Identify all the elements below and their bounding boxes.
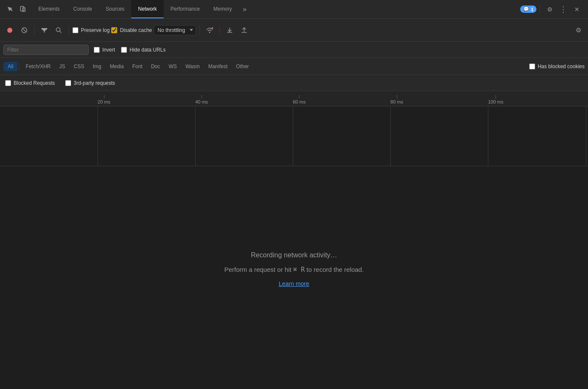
blocked-requests-checkbox[interactable]: [5, 80, 11, 86]
tab-overflow-button[interactable]: »: [239, 3, 251, 15]
empty-state-line1: Recording network activity…: [251, 251, 337, 259]
record-button[interactable]: [3, 24, 16, 37]
disable-cache-text: Disable cache: [120, 27, 152, 33]
preserve-log-label[interactable]: Preserve log: [72, 27, 110, 33]
type-filter-manifest[interactable]: Manifest: [204, 62, 232, 71]
ruler-mark-80ms: 80 ms: [390, 95, 403, 104]
tab-bar: Elements Console Sources Network Perform…: [0, 0, 588, 19]
empty-state-line2: Perform a request or hit ⌘ R to record t…: [224, 266, 363, 274]
toolbar-sep-2: [69, 26, 69, 35]
has-blocked-cookies-container: Has blocked cookies: [529, 63, 585, 69]
badge-count: 1: [531, 7, 533, 12]
has-blocked-cookies-text: Has blocked cookies: [538, 63, 585, 69]
tab-bar-right: 💬 1 ⚙ ⋮ ✕: [517, 3, 586, 15]
empty-state-suffix: to record the reload.: [305, 266, 363, 273]
filter-button[interactable]: [38, 24, 51, 37]
grid-line-1: [98, 107, 98, 166]
tab-memory[interactable]: Memory: [207, 0, 239, 18]
timeline-header: 20 ms 40 ms 60 ms 80 ms 100 ms: [0, 91, 588, 107]
clear-button[interactable]: [18, 24, 31, 37]
invert-label[interactable]: Invert: [94, 47, 115, 53]
invert-text: Invert: [102, 47, 115, 53]
filter-options: Invert Hide data URLs: [94, 47, 166, 53]
type-filter-media[interactable]: Media: [106, 62, 128, 71]
hide-data-urls-label[interactable]: Hide data URLs: [121, 47, 166, 53]
tab-network[interactable]: Network: [131, 0, 164, 18]
filter-input[interactable]: [3, 45, 89, 55]
grid-line-3: [293, 107, 293, 166]
svg-line-6: [60, 31, 61, 33]
preserve-log-checkbox[interactable]: [72, 27, 78, 33]
has-blocked-cookies-checkbox[interactable]: [529, 63, 535, 69]
tab-console[interactable]: Console: [66, 0, 99, 18]
network-empty-state: Recording network activity… Perform a re…: [0, 166, 588, 389]
type-filter-css[interactable]: CSS: [69, 62, 89, 71]
cursor-icon[interactable]: [4, 3, 16, 15]
device-icon[interactable]: [17, 3, 29, 15]
type-filter-all[interactable]: All: [3, 62, 17, 71]
third-party-label[interactable]: 3rd-party requests: [65, 80, 115, 86]
preserve-log-text: Preserve log: [81, 27, 110, 33]
disable-cache-checkbox[interactable]: [111, 27, 117, 33]
tab-performance[interactable]: Performance: [164, 0, 207, 18]
close-button[interactable]: ✕: [571, 3, 583, 15]
grid-line-4: [390, 107, 391, 166]
import-button[interactable]: [223, 24, 236, 37]
toolbar-sep-1: [34, 26, 35, 35]
type-filter-other[interactable]: Other: [232, 62, 253, 71]
third-party-checkbox[interactable]: [65, 80, 71, 86]
grid-line-5: [488, 107, 488, 166]
svg-point-5: [56, 28, 60, 32]
tab-elements[interactable]: Elements: [32, 0, 66, 18]
network-toolbar: Preserve log Disable cache No throttling…: [0, 19, 588, 42]
has-blocked-cookies-label[interactable]: Has blocked cookies: [529, 63, 585, 69]
timeline-ruler: 20 ms 40 ms 60 ms 80 ms 100 ms: [0, 91, 588, 106]
ruler-mark-20ms: 20 ms: [98, 95, 110, 104]
svg-point-2: [7, 28, 12, 33]
timeline-grid: [0, 107, 588, 166]
blocked-requests-bar: Blocked Requests 3rd-party requests: [0, 75, 588, 91]
invert-checkbox[interactable]: [94, 47, 100, 53]
blocked-requests-label[interactable]: Blocked Requests: [5, 80, 55, 86]
ruler-mark-40ms: 40 ms: [195, 95, 208, 104]
ruler-mark-100ms: 100 ms: [488, 95, 503, 104]
ruler-mark-60ms: 60 ms: [293, 95, 306, 104]
console-badge[interactable]: 💬 1: [520, 6, 536, 13]
tab-bar-divider: [540, 5, 540, 14]
more-button[interactable]: ⋮: [557, 3, 569, 15]
empty-state-prefix: Perform a request or hit: [224, 266, 293, 273]
type-filter-fetch-xhr[interactable]: Fetch/XHR: [21, 62, 55, 71]
network-settings-button[interactable]: ⚙: [572, 24, 585, 37]
type-filter-js[interactable]: JS: [55, 62, 69, 71]
chat-icon: 💬: [523, 6, 529, 12]
settings-button[interactable]: ⚙: [544, 3, 556, 15]
main-content: Preserve log Disable cache No throttling…: [0, 19, 588, 389]
grid-line-right: [586, 107, 586, 166]
svg-line-4: [23, 29, 26, 32]
toolbar-sep-4: [219, 26, 220, 35]
type-filter-img[interactable]: Img: [89, 62, 106, 71]
type-filter-bar: All Fetch/XHR JS CSS Img Media Font Doc …: [0, 58, 588, 75]
type-filter-ws[interactable]: WS: [164, 62, 181, 71]
hide-data-urls-checkbox[interactable]: [121, 47, 127, 53]
wifi-icon[interactable]: [203, 24, 216, 37]
throttle-select[interactable]: No throttling Fast 3G Slow 3G Offline: [154, 25, 196, 35]
type-filter-doc[interactable]: Doc: [147, 62, 164, 71]
svg-rect-0: [20, 6, 24, 11]
third-party-text: 3rd-party requests: [74, 80, 115, 86]
grid-line-2: [195, 107, 196, 166]
disable-cache-label[interactable]: Disable cache: [111, 27, 152, 33]
toolbar-sep-3: [199, 26, 200, 35]
export-button[interactable]: [238, 24, 251, 37]
search-button[interactable]: [52, 24, 65, 37]
hide-data-urls-text: Hide data URLs: [130, 47, 166, 53]
type-filter-font[interactable]: Font: [128, 62, 147, 71]
blocked-requests-text: Blocked Requests: [14, 80, 55, 86]
empty-state-shortcut: ⌘ R: [293, 266, 305, 274]
type-filter-wasm[interactable]: Wasm: [181, 62, 204, 71]
tab-sources[interactable]: Sources: [99, 0, 131, 18]
type-divider: [19, 62, 20, 71]
filter-bar: Invert Hide data URLs: [0, 42, 588, 58]
devtools-icons: [2, 3, 32, 15]
learn-more-link[interactable]: Learn more: [279, 280, 309, 287]
